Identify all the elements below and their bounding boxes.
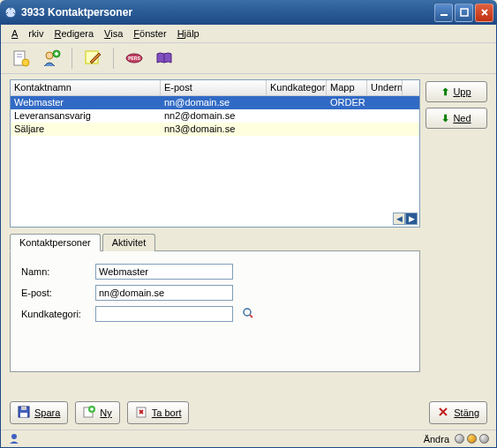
toolbar: PERS <box>1 42 496 74</box>
table-row[interactable]: Webmaster nn@domain.se ORDER <box>11 96 419 109</box>
up-button[interactable]: ⬆ Upp <box>425 81 487 102</box>
label-name: Namn: <box>21 266 90 277</box>
svg-text:PERS: PERS <box>128 56 140 61</box>
scroll-right-icon[interactable]: ▶ <box>405 213 418 225</box>
status-andra: Ändra <box>424 434 449 444</box>
status-lights <box>455 434 489 444</box>
svg-rect-4 <box>17 54 22 55</box>
up-arrow-icon: ⬆ <box>441 86 449 98</box>
category-input[interactable] <box>95 306 233 322</box>
menu-redigera[interactable]: Redigera <box>49 26 99 41</box>
book-icon[interactable] <box>151 45 177 71</box>
col-name[interactable]: Kontaktnamn <box>11 80 161 95</box>
svg-rect-1 <box>441 14 448 16</box>
add-person-icon[interactable] <box>38 45 64 71</box>
tab-kontaktpersoner[interactable]: Kontaktpersoner <box>10 234 101 251</box>
light-gray-icon <box>479 434 489 444</box>
status-user-icon <box>8 432 20 446</box>
scroll-left-icon[interactable]: ◀ <box>393 213 405 225</box>
svg-point-7 <box>46 52 53 59</box>
minimize-button[interactable] <box>434 4 453 22</box>
label-cat: Kundkategori: <box>21 309 90 319</box>
x-icon <box>437 406 449 421</box>
svg-rect-2 <box>461 9 468 16</box>
col-under[interactable]: Undern <box>367 80 403 95</box>
light-gray-icon <box>455 434 464 444</box>
window-title: 3933 Kontaktpersoner <box>21 6 433 19</box>
title-bar: 3933 Kontaktpersoner <box>0 0 497 25</box>
menu-fonster[interactable]: Fönster <box>128 26 171 41</box>
down-button[interactable]: ⬇ Ned <box>425 108 487 129</box>
maximize-button[interactable] <box>455 4 473 22</box>
floppy-icon <box>18 406 30 421</box>
plus-icon <box>83 406 95 421</box>
svg-rect-15 <box>20 413 27 417</box>
search-icon[interactable] <box>242 307 254 322</box>
app-icon <box>4 5 18 19</box>
delete-icon <box>135 406 147 421</box>
col-email[interactable]: E-post <box>161 80 267 95</box>
bottom-bar: Spara Ny Ta bort Stäng <box>1 396 496 429</box>
name-input[interactable] <box>95 264 233 280</box>
label-email: E-post: <box>21 287 90 298</box>
svg-point-6 <box>22 59 29 66</box>
col-cat[interactable]: Kundkategori <box>267 80 327 95</box>
svg-point-12 <box>244 309 251 316</box>
menu-visa[interactable]: Visa <box>99 26 128 41</box>
scroll-corner: ◀ ▶ <box>393 213 419 227</box>
menu-hjalp[interactable]: Hjälp <box>172 26 205 41</box>
contacts-list[interactable]: Kontaktnamn E-post Kundkategori Mapp Und… <box>10 79 420 228</box>
svg-rect-5 <box>17 56 22 57</box>
menu-arkiv[interactable]: Arkiv <box>6 26 49 41</box>
menu-bar: Arkiv Redigera Visa Fönster Hjälp <box>1 25 496 42</box>
new-button[interactable]: Ny <box>75 401 119 424</box>
delete-button[interactable]: Ta bort <box>127 401 190 424</box>
svg-rect-14 <box>21 407 26 410</box>
down-arrow-icon: ⬇ <box>441 113 449 124</box>
save-button[interactable]: Spara <box>10 401 68 424</box>
table-row[interactable]: Säljare nn3@domain.se <box>11 123 419 136</box>
list-header: Kontaktnamn E-post Kundkategori Mapp Und… <box>11 80 419 96</box>
pers-icon[interactable]: PERS <box>121 45 147 71</box>
tab-strip: Kontaktpersoner Aktivitet <box>10 234 420 251</box>
close-button-bottom[interactable]: Stäng <box>429 401 487 424</box>
tab-aktivitet[interactable]: Aktivitet <box>102 234 156 251</box>
tab-pane: Namn: E-post: Kundkategori: <box>10 250 420 372</box>
list-body: Webmaster nn@domain.se ORDER Leveransans… <box>11 96 419 227</box>
email-input[interactable] <box>95 285 233 301</box>
svg-point-19 <box>11 434 17 439</box>
close-button[interactable] <box>475 4 493 22</box>
col-folder[interactable]: Mapp <box>327 80 367 95</box>
toolbar-separator <box>72 48 72 69</box>
status-bar: Ändra <box>1 429 496 447</box>
toolbar-separator <box>113 48 114 69</box>
table-row[interactable]: Leveransansvarig nn2@domain.se <box>11 109 419 123</box>
new-document-icon[interactable] <box>8 45 34 71</box>
light-orange-icon <box>467 434 477 444</box>
edit-note-icon[interactable] <box>79 45 106 71</box>
